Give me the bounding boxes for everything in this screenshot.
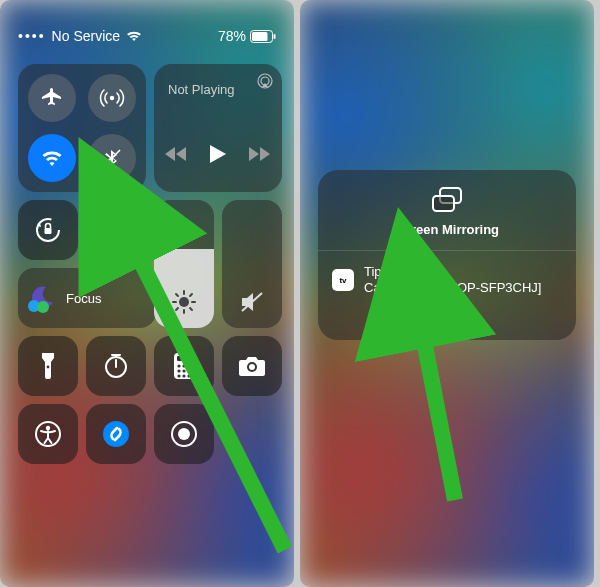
media-play-button[interactable] <box>209 144 227 164</box>
svg-point-29 <box>187 364 190 367</box>
wifi-toggle[interactable] <box>28 134 76 182</box>
flashlight-tile[interactable] <box>18 336 78 396</box>
svg-rect-10 <box>103 226 123 240</box>
screen-record-tile[interactable] <box>154 404 214 464</box>
appletv-icon: tv <box>332 269 354 291</box>
focus-icon <box>28 284 56 312</box>
media-state-text: Not Playing <box>168 82 234 97</box>
svg-point-32 <box>187 369 190 372</box>
brightness-slider[interactable] <box>154 200 214 328</box>
volume-slider[interactable] <box>222 200 282 328</box>
screen-mirroring-screenshot: Screen Mirroring tv Tipard Screen Captur… <box>300 0 594 587</box>
media-next-button[interactable] <box>249 146 271 162</box>
screen-mirroring-title: Screen Mirroring <box>395 222 499 237</box>
svg-point-27 <box>177 364 180 367</box>
status-bar: •••• No Service 78% <box>0 24 294 48</box>
brightness-icon <box>172 290 196 314</box>
battery-pct: 78% <box>218 28 246 44</box>
accessibility-tile[interactable] <box>18 404 78 464</box>
calculator-tile[interactable] <box>154 336 214 396</box>
media-prev-button[interactable] <box>165 146 187 162</box>
timer-tile[interactable] <box>86 336 146 396</box>
mirroring-device-row[interactable]: tv Tipard Screen Capture[DESKTOP-SFP3CHJ… <box>332 264 562 297</box>
svg-point-3 <box>110 96 114 100</box>
focus-tile[interactable]: Focus <box>18 268 156 328</box>
media-module[interactable]: Not Playing <box>154 64 282 192</box>
svg-point-40 <box>103 421 129 447</box>
carrier-text: No Service <box>52 28 120 44</box>
airplay-audio-icon[interactable] <box>256 72 274 90</box>
wifi-status-icon <box>126 30 142 42</box>
connectivity-group <box>18 64 146 192</box>
svg-rect-1 <box>252 32 268 41</box>
camera-tile[interactable] <box>222 336 282 396</box>
svg-point-21 <box>47 366 50 369</box>
orientation-lock-tile[interactable] <box>18 200 78 260</box>
svg-point-39 <box>46 426 50 430</box>
svg-line-16 <box>176 294 178 296</box>
svg-line-18 <box>176 308 178 310</box>
svg-rect-2 <box>274 34 276 39</box>
screen-mirroring-icon <box>430 186 464 214</box>
svg-point-31 <box>182 369 185 372</box>
control-center-screenshot: •••• No Service 78% <box>0 0 294 587</box>
svg-point-35 <box>187 374 190 377</box>
svg-rect-8 <box>45 228 52 234</box>
cellular-toggle[interactable] <box>88 74 136 122</box>
bluetooth-toggle[interactable] <box>88 134 136 182</box>
screen-mirroring-tile[interactable] <box>86 200 146 260</box>
battery-icon <box>250 30 276 43</box>
focus-label: Focus <box>66 291 101 306</box>
svg-point-28 <box>182 364 185 367</box>
volume-mute-icon <box>239 290 265 314</box>
svg-point-34 <box>182 374 185 377</box>
svg-rect-44 <box>433 196 454 211</box>
svg-point-37 <box>249 364 255 370</box>
svg-rect-26 <box>177 356 191 361</box>
shazam-tile[interactable] <box>86 404 146 464</box>
mirroring-device-name: Tipard Screen Capture[DESKTOP-SFP3CHJ] <box>364 264 562 297</box>
svg-point-33 <box>177 374 180 377</box>
svg-line-17 <box>190 308 192 310</box>
svg-line-19 <box>190 294 192 296</box>
svg-point-30 <box>177 369 180 372</box>
screen-mirroring-sheet: Screen Mirroring tv Tipard Screen Captur… <box>318 170 576 340</box>
cellular-dots: •••• <box>18 28 46 44</box>
svg-point-11 <box>179 297 189 307</box>
svg-point-42 <box>178 428 190 440</box>
airplane-toggle[interactable] <box>28 74 76 122</box>
